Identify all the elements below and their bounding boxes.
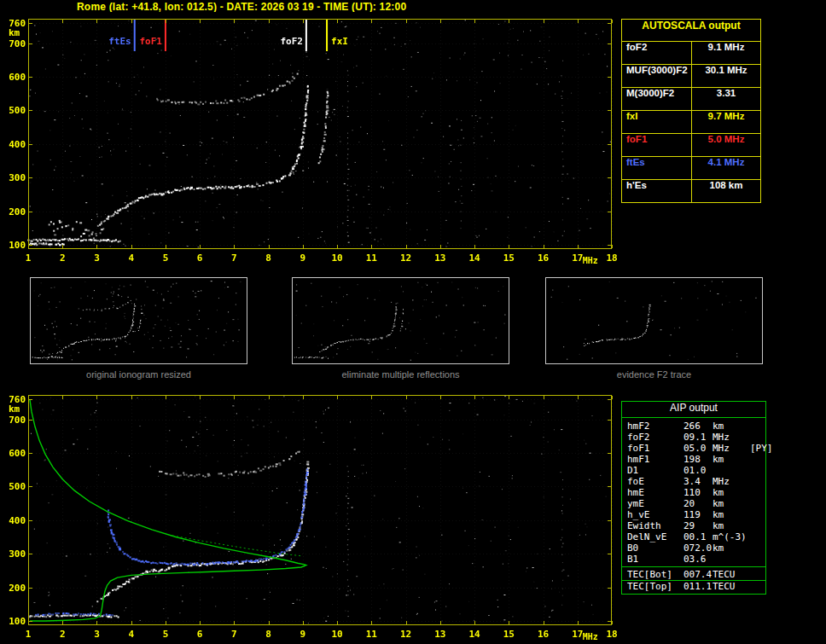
parameter-unit: TECU — [713, 569, 750, 580]
parameter-note — [750, 476, 765, 487]
autoscala-row: fxI9.7 MHz — [622, 111, 760, 134]
autoscala-row: foF29.1 MHz — [622, 42, 760, 65]
profile-ionogram-canvas — [0, 388, 618, 644]
parameter-name: B0 — [622, 542, 683, 554]
parameter-name: h_vE — [622, 509, 683, 520]
parameter-name: foF1 — [622, 443, 683, 454]
parameter-note — [750, 421, 765, 432]
thumbnail-original-ionogram — [30, 277, 247, 364]
parameter-name: B1 — [622, 554, 683, 565]
parameter-unit: km — [713, 487, 750, 498]
aip-row: foF209.1MHz — [622, 432, 765, 443]
ionogram-canvas — [0, 12, 618, 268]
parameter-unit: m^(-3) — [713, 531, 750, 542]
parameter-name: foE — [622, 476, 683, 487]
aip-tec-rows: TEC[Bot]007.4TECUTEC[Top]011.1TECU — [622, 566, 765, 594]
aip-output-table: AIP output hmF2266kmfoF209.1MHzfoF105.0M… — [621, 401, 766, 595]
parameter-note — [750, 509, 765, 520]
parameter-value: 007.4 — [683, 569, 713, 580]
parameter-value: 198 — [683, 454, 713, 465]
parameter-note — [750, 554, 765, 565]
parameter-note — [750, 432, 765, 443]
aip-tec-row: TEC[Bot]007.4TECU — [622, 569, 765, 580]
parameter-name: D1 — [622, 465, 683, 476]
autoscala-row: h'Es108 km — [622, 180, 760, 202]
parameter-value: 09.1 — [683, 432, 713, 443]
aip-rows: hmF2266kmfoF209.1MHzfoF105.0MHz[PY]hmF11… — [622, 418, 765, 566]
parameter-name: h'Es — [622, 180, 692, 202]
aip-row: ymE20km — [622, 498, 765, 509]
parameter-unit: km — [713, 421, 750, 432]
parameter-unit: MHz — [713, 432, 750, 443]
parameter-value: 03.6 — [683, 554, 713, 565]
autoscala-rows: foF29.1 MHzMUF(3000)F230.1 MHzM(3000)F23… — [622, 42, 760, 202]
parameter-note: [PY] — [750, 443, 773, 454]
parameter-unit: km — [713, 509, 750, 520]
thumbnail-caption: original ionogram resized — [30, 369, 247, 380]
parameter-value: 3.4 — [683, 476, 713, 487]
parameter-value: 05.0 — [683, 443, 713, 454]
aip-row: DelN_vE00.1m^(-3) — [622, 531, 765, 542]
parameter-value: 266 — [683, 421, 713, 432]
thumbnail-cleaned-ionogram — [292, 277, 509, 364]
aip-row: foF105.0MHz[PY] — [622, 443, 765, 454]
parameter-name: Ewidth — [622, 520, 683, 531]
parameter-unit — [713, 554, 750, 565]
parameter-value: 119 — [683, 509, 713, 520]
parameter-name: foF2 — [622, 432, 683, 443]
parameter-name: fxI — [622, 111, 692, 133]
parameter-value: 29 — [683, 520, 713, 531]
aip-row: hmF1198km — [622, 454, 765, 465]
parameter-name: MUF(3000)F2 — [622, 65, 692, 87]
parameter-name: hmE — [622, 487, 683, 498]
parameter-note — [750, 454, 765, 465]
parameter-value: 9.1 MHz — [692, 42, 760, 64]
parameter-value: 00.1 — [683, 531, 713, 542]
parameter-name: hmF2 — [622, 421, 683, 432]
autoscala-row: ftEs4.1 MHz — [622, 157, 760, 180]
parameter-value: 20 — [683, 498, 713, 509]
aip-row: Ewidth29km — [622, 520, 765, 531]
parameter-name: TEC[Top] — [622, 581, 683, 592]
autoscala-row: M(3000)F23.31 — [622, 88, 760, 111]
parameter-name: DelN_vE — [622, 531, 683, 542]
aip-row: hmF2266km — [622, 421, 765, 432]
parameter-unit: MHz — [713, 476, 750, 487]
parameter-note — [750, 531, 765, 542]
parameter-unit: MHz — [713, 443, 750, 454]
aip-row: hmE110km — [622, 487, 765, 498]
parameter-value: 30.1 MHz — [692, 65, 760, 87]
parameter-value: 4.1 MHz — [692, 157, 760, 179]
parameter-unit: km — [713, 542, 750, 554]
aip-table-title: AIP output — [622, 402, 765, 418]
parameter-value: 072.0 — [683, 542, 713, 554]
aip-row: D101.0 — [622, 465, 765, 476]
autoscala-screen: Rome (lat: +41.8, lon: 012.5) - DATE: 20… — [0, 0, 826, 644]
parameter-value: 011.1 — [683, 581, 713, 592]
aip-row: foE3.4MHz — [622, 476, 765, 487]
thumbnail-canvas — [293, 278, 509, 363]
parameter-name: hmF1 — [622, 454, 683, 465]
parameter-name: ftEs — [622, 157, 692, 179]
parameter-name: foF2 — [622, 42, 692, 64]
station-title: Rome (lat: +41.8, lon: 012.5) - DATE: 20… — [77, 1, 406, 13]
parameter-unit — [713, 465, 750, 476]
aip-tec-row: TEC[Top]011.1TECU — [622, 580, 765, 592]
parameter-value: 01.0 — [683, 465, 713, 476]
aip-row: h_vE119km — [622, 509, 765, 520]
thumbnail-caption: eliminate multiple reflections — [292, 369, 509, 380]
parameter-note — [750, 465, 765, 476]
parameter-name: ymE — [622, 498, 683, 509]
parameter-value: 110 — [683, 487, 713, 498]
parameter-unit: km — [713, 520, 750, 531]
parameter-name: M(3000)F2 — [622, 88, 692, 110]
thumbnail-f2-trace — [545, 277, 763, 364]
parameter-note — [750, 542, 765, 554]
aip-row: B0072.0km — [622, 542, 765, 554]
parameter-unit: km — [713, 498, 750, 509]
parameter-value: 5.0 MHz — [692, 134, 760, 156]
autoscala-row: foF15.0 MHz — [622, 134, 760, 157]
thumbnail-canvas — [546, 278, 762, 363]
parameter-unit: TECU — [713, 581, 750, 592]
parameter-note — [750, 520, 765, 531]
